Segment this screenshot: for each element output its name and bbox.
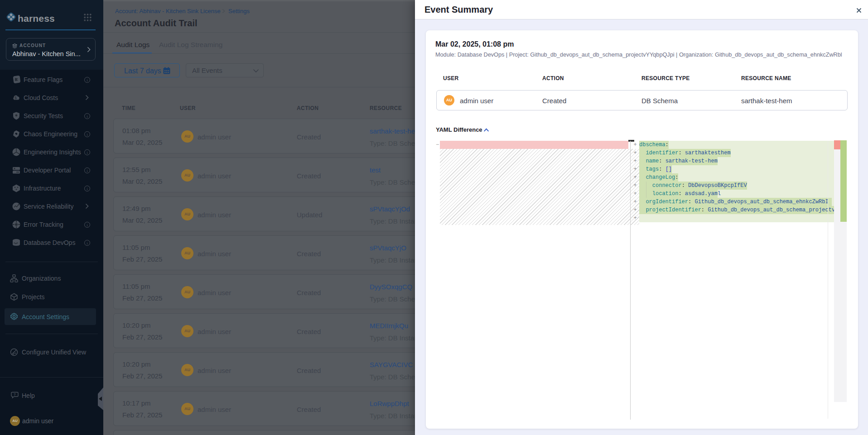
svg-text:?: ? (14, 392, 16, 397)
svg-text:$: $ (14, 96, 17, 100)
